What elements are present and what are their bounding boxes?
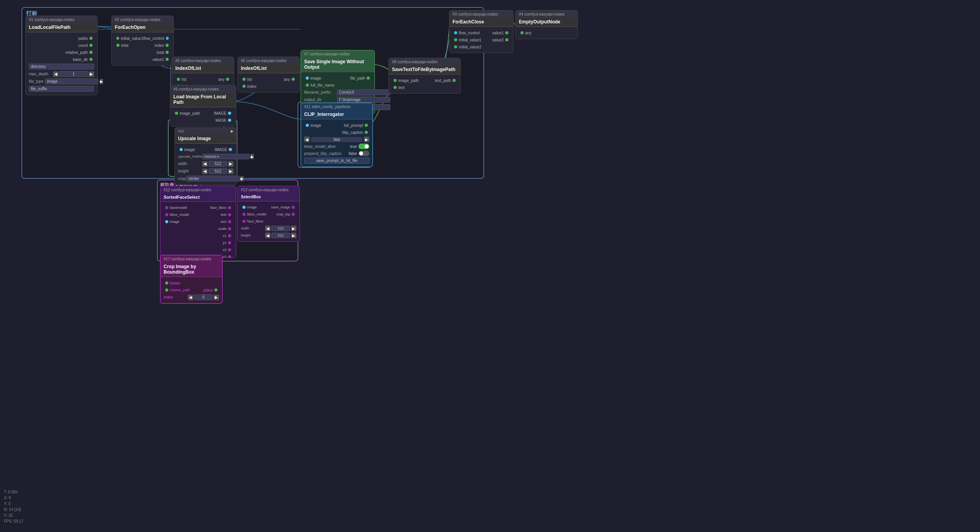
node-10-method-input[interactable] <box>202 154 250 159</box>
node-12-dot-x2-out[interactable] <box>228 248 231 251</box>
node-11-toggle-keepmodel-btn[interactable] <box>358 144 369 149</box>
node-8-header: #8 comfyui-easyapi-nodes <box>389 58 460 66</box>
node-1-dot-basedir[interactable] <box>89 58 93 61</box>
node-10-crop-val[interactable] <box>186 176 240 181</box>
node-2-dot-val1-out[interactable] <box>166 58 169 61</box>
node-13-index-inc[interactable]: ▶ <box>214 295 219 300</box>
node-7-prefix-input[interactable] <box>337 89 390 95</box>
node-11-save-btn[interactable]: save_prompt_to_txt_file <box>304 158 369 164</box>
node-17-dot-saveimage-out[interactable] <box>292 206 295 209</box>
node-2-dot-iv1-in[interactable] <box>116 37 119 40</box>
node-10-title: Upscale Image <box>175 135 237 144</box>
node-12-dot-rect-out[interactable] <box>228 220 231 223</box>
node-5-header: #5 comfyui-easyapi-nodes <box>172 57 234 64</box>
node-11-mode-left[interactable]: ◀ <box>304 137 310 142</box>
node-6-dot-any-out[interactable] <box>292 78 295 81</box>
node-7-dot-image-in[interactable] <box>306 77 309 80</box>
node-2-dot-total-in[interactable] <box>116 44 119 47</box>
node-10-widget-crop: crop ▶ <box>175 175 237 182</box>
node-10-body: image IMAGE upscale_method ▶ width ◀ 512… <box>175 144 237 185</box>
node-11-body: image full_prompt blip_caption ◀ fast ▶ … <box>301 119 372 167</box>
node-9-dot-imgpath-in[interactable] <box>175 112 178 115</box>
node-4-body: any <box>516 27 577 39</box>
node-12-dot-image-in[interactable] <box>165 220 168 223</box>
node-10-width-dec[interactable]: ◀ <box>202 161 208 167</box>
node-1-dot-paths[interactable] <box>89 37 93 40</box>
node-13-dot-10axes-in[interactable] <box>165 288 168 292</box>
node-17-dot-image-in[interactable] <box>242 206 246 209</box>
node-10-height-inc[interactable]: ▶ <box>228 169 233 174</box>
node-12-dot-text-out[interactable] <box>228 213 231 216</box>
node-6-title: IndexOfList <box>238 64 299 73</box>
node-1-filesuffix-input[interactable] <box>29 86 94 92</box>
node-3-dot-iv2-in[interactable] <box>454 45 457 48</box>
node-10-height-dec[interactable]: ◀ <box>202 169 208 174</box>
node-8-dot-imgpath-in[interactable] <box>394 79 397 82</box>
node-4-title: EmptyOutputNode <box>516 18 577 27</box>
node-4-dot-any[interactable] <box>520 31 524 34</box>
node-7-dot-filepath-out[interactable] <box>367 77 370 80</box>
node-10-method-arrow[interactable]: ▶ <box>251 154 254 159</box>
node-10-width-inc[interactable]: ▶ <box>228 161 233 167</box>
node-6-dot-list-in[interactable] <box>242 78 246 81</box>
node-12-dot-x1-out[interactable] <box>228 234 231 237</box>
node-8-dot-textpath-out[interactable] <box>453 79 456 82</box>
node-3-dot-val2-out[interactable] <box>505 38 508 41</box>
node-2-dot-flow-out[interactable] <box>166 37 169 40</box>
node-7-outdir-input[interactable] <box>337 97 390 103</box>
node-17-dot-croptop-out[interactable] <box>292 213 295 216</box>
node-10-width-val: 512 <box>208 161 227 167</box>
node-1-filetype-val[interactable] <box>45 78 98 84</box>
node-1-maxdepth-dec[interactable]: ◀ <box>53 71 59 77</box>
node-11-toggle-prepend-btn[interactable] <box>358 151 369 156</box>
node-9-dot-mask-out[interactable] <box>228 119 231 122</box>
node-17-width-dec[interactable]: ◀ <box>265 226 271 231</box>
node-12-dot-scale-out[interactable] <box>228 227 231 230</box>
node-8-dot-text-in[interactable] <box>394 86 397 89</box>
node-3-dot-flow-in[interactable] <box>454 31 457 34</box>
node-11-mode-right[interactable]: ▶ <box>364 137 369 142</box>
node-3-dot-iv1-in[interactable] <box>454 38 457 41</box>
node-12-dot-y2-out[interactable] <box>228 255 231 258</box>
node-9-dot-image-out[interactable] <box>228 112 231 115</box>
node-12-dot-y1-out[interactable] <box>228 241 231 244</box>
node-1-filetype-arrow[interactable]: ▶ <box>100 79 103 84</box>
node-11-dot-image-in[interactable] <box>306 124 309 127</box>
node-3-dot-val1-out[interactable] <box>505 31 508 34</box>
node-12-title: SortedFaceSelect <box>160 194 236 202</box>
node-7-row-filename: full_file_name <box>301 82 374 89</box>
node-12-dot-facebbox-out[interactable] <box>228 206 231 209</box>
node-5-dot-list-in[interactable] <box>177 78 180 81</box>
node-11-dot-blipcap-out[interactable] <box>365 131 368 134</box>
node-17-width-inc[interactable]: ▶ <box>291 226 296 231</box>
node-5-dot-any-out[interactable] <box>226 78 229 81</box>
node-3-row-iv2: initial_value2 <box>449 43 513 50</box>
node-2-dot-index-out[interactable] <box>166 44 169 47</box>
node-1-widget-filetype: file_type ▶ <box>26 78 97 85</box>
node-12-dot-basemodel-in[interactable] <box>165 206 168 209</box>
node-1-dot-count[interactable] <box>89 44 93 47</box>
node-11-dot-fullprompt-out[interactable] <box>365 124 368 127</box>
node-10-dot-image-in[interactable] <box>180 148 183 151</box>
node-2-dot-total-out[interactable] <box>166 51 169 54</box>
node-13-dot-boxes-in[interactable] <box>165 281 168 285</box>
node-13-dot-place-out[interactable] <box>214 288 217 292</box>
node-8-row-text: text <box>389 84 460 91</box>
node-1-maxdepth-inc[interactable]: ▶ <box>89 71 94 77</box>
node-13-index-dec[interactable]: ◀ <box>188 295 193 300</box>
node-8-row-imgpath: image_path text_path <box>389 77 460 84</box>
node-10-crop-arrow[interactable]: ▶ <box>241 176 244 181</box>
node-17-height-inc[interactable]: ▶ <box>291 233 296 238</box>
node-12-dot-bboxmodel-in[interactable] <box>165 213 168 216</box>
node-17-dot-bboxmodel-in[interactable] <box>242 213 246 216</box>
node-1-directory-input[interactable] <box>29 64 94 69</box>
node-17-dot-facebbox-in[interactable] <box>242 220 246 223</box>
node-10-dot-image-out[interactable] <box>229 148 232 151</box>
node-6-dot-index-in[interactable] <box>242 85 246 88</box>
node-1-dot-relpath[interactable] <box>89 51 93 54</box>
node-13-widget-index: index ◀ 0 ▶ <box>160 294 222 301</box>
node-9: #9 comfyui-easyapi-nodes Load Image From… <box>170 85 236 126</box>
node-7-dot-filename-in[interactable] <box>306 84 309 87</box>
node-17-height-val: 512 <box>271 233 290 238</box>
node-17-height-dec[interactable]: ◀ <box>265 233 271 238</box>
